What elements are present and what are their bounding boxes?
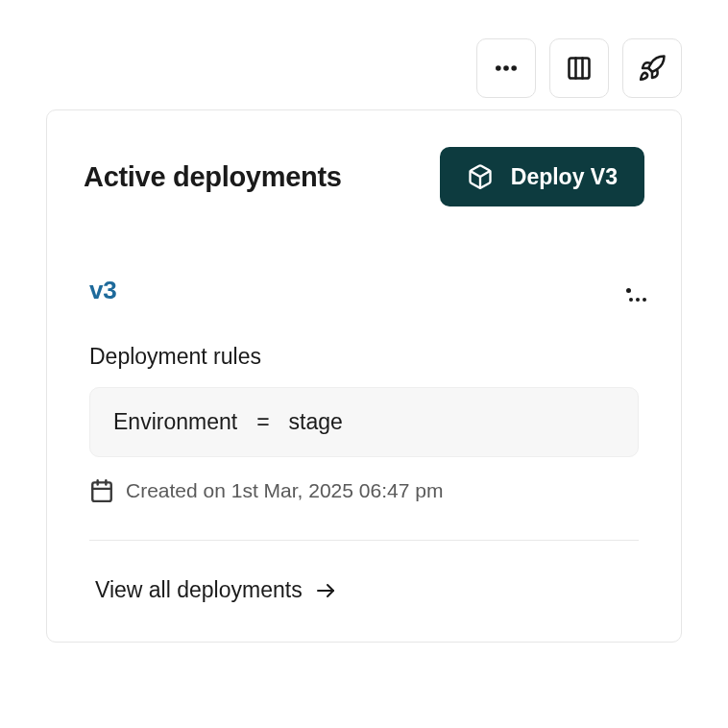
- deployment-rules-label: Deployment rules: [89, 344, 639, 370]
- arrow-right-icon: [314, 579, 337, 602]
- view-all-label: View all deployments: [95, 577, 303, 603]
- svg-point-8: [636, 298, 640, 302]
- deployment-more-button[interactable]: [619, 280, 639, 301]
- deploy-button[interactable]: Deploy V3: [440, 147, 644, 206]
- card-header: Active deployments Deploy V3: [84, 147, 644, 206]
- deploy-button-label: Deploy V3: [511, 164, 618, 190]
- svg-rect-10: [92, 482, 111, 500]
- columns-layout-button[interactable]: [549, 38, 609, 98]
- calendar-icon: [89, 478, 114, 503]
- deployment-item: v3 Deployment rules Environment = stage: [84, 276, 644, 609]
- svg-point-0: [497, 66, 499, 69]
- rule-key: Environment: [113, 409, 237, 435]
- deployment-header: v3: [89, 276, 639, 305]
- created-text: Created on 1st Mar, 2025 06:47 pm: [126, 479, 443, 502]
- active-deployments-card: Active deployments Deploy V3 v3: [46, 109, 682, 643]
- rule-value: stage: [289, 409, 343, 435]
- more-options-button[interactable]: [476, 38, 536, 98]
- columns-icon: [566, 55, 593, 82]
- svg-point-9: [643, 298, 646, 302]
- launch-button[interactable]: [622, 38, 682, 98]
- svg-point-2: [513, 66, 516, 69]
- deployment-rule: Environment = stage: [89, 387, 639, 457]
- divider: [89, 540, 639, 541]
- svg-point-1: [504, 66, 507, 69]
- package-icon: [467, 163, 494, 190]
- view-all-deployments-link[interactable]: View all deployments: [89, 571, 639, 609]
- deployment-version-link[interactable]: v3: [89, 276, 116, 305]
- svg-rect-3: [570, 59, 590, 79]
- rule-operator: =: [256, 409, 269, 435]
- card-title: Active deployments: [84, 161, 342, 193]
- svg-point-7: [629, 298, 633, 302]
- top-toolbar: [46, 38, 682, 98]
- created-timestamp: Created on 1st Mar, 2025 06:47 pm: [89, 478, 639, 503]
- rocket-icon: [638, 54, 667, 83]
- more-horizontal-icon: [626, 288, 631, 293]
- more-horizontal-icon: [493, 55, 520, 82]
